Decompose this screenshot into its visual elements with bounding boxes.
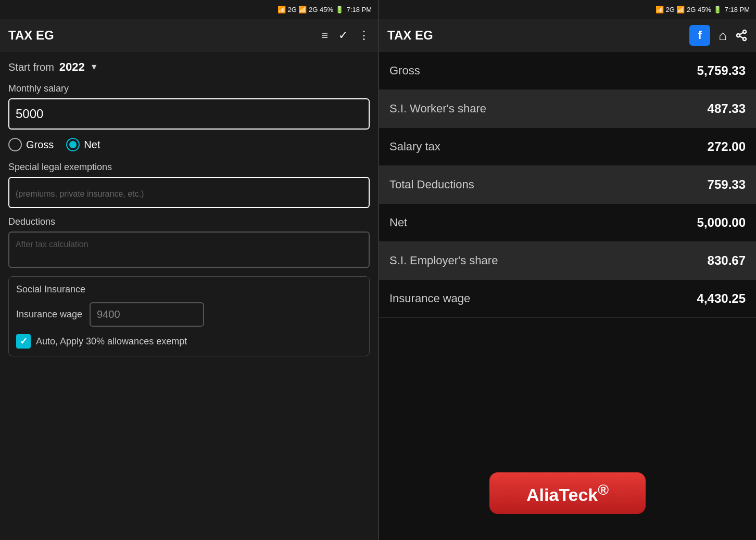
net-radio-label: Net xyxy=(84,139,100,151)
salary-tax-value: 272.00 xyxy=(708,139,746,154)
gross-radio-label: Gross xyxy=(26,139,54,151)
si-row: Insurance wage xyxy=(16,302,362,327)
status-time-right: 7:18 PM xyxy=(725,6,750,14)
facebook-icon: f xyxy=(698,29,702,42)
monthly-salary-label: Monthly salary xyxy=(8,83,370,94)
svg-point-1 xyxy=(737,34,740,37)
status-bar-left: 📶 2G 📶 2G 45% 🔋 7:18 PM xyxy=(0,0,378,19)
total-deductions-label: Total Deductions xyxy=(389,178,474,191)
insurance-wage-result-value: 4,430.25 xyxy=(697,291,746,306)
more-button[interactable]: ⋮ xyxy=(358,29,370,42)
si-worker-value: 487.33 xyxy=(708,101,746,116)
auto-apply-label: Auto, Apply 30% allowances exempt xyxy=(36,336,187,347)
svg-point-0 xyxy=(743,30,746,33)
result-row-net: Net 5,000.00 xyxy=(379,204,756,242)
start-from-label: Start from xyxy=(8,61,54,73)
deductions-box[interactable]: After tax calculation xyxy=(8,232,370,268)
svg-point-2 xyxy=(743,37,746,41)
net-radio-inner xyxy=(69,141,77,148)
svg-line-3 xyxy=(740,36,744,38)
aliateck-label: AliaTeck® xyxy=(526,481,609,505)
result-row-total-deductions: Total Deductions 759.33 xyxy=(379,166,756,204)
radio-row: Gross Net xyxy=(8,138,370,151)
insurance-wage-input[interactable] xyxy=(90,302,204,327)
si-employer-label: S.I. Employer's share xyxy=(389,254,498,267)
home-button[interactable]: ⌂ xyxy=(719,28,727,44)
top-bar-actions-right: f ⌂ xyxy=(689,25,748,46)
gross-radio[interactable]: Gross xyxy=(8,138,54,151)
svg-line-4 xyxy=(740,33,744,35)
result-row-si-employer: S.I. Employer's share 830.67 xyxy=(379,242,756,280)
start-from-year: 2022 xyxy=(59,60,85,74)
social-insurance-box: Social Insurance Insurance wage ✓ Auto, … xyxy=(8,276,370,356)
gross-radio-circle xyxy=(8,138,22,151)
year-dropdown-arrow[interactable]: ▼ xyxy=(90,62,98,72)
total-deductions-value: 759.33 xyxy=(708,177,746,192)
insurance-wage-result-label: Insurance wage xyxy=(389,292,470,305)
share-button[interactable] xyxy=(735,29,748,42)
special-exemptions-label: Special legal exemptions xyxy=(8,162,370,173)
status-time-left: 7:18 PM xyxy=(347,6,372,14)
net-radio-circle xyxy=(66,138,80,151)
results-content: Gross 5,759.33 S.I. Worker's share 487.3… xyxy=(379,52,756,446)
left-content: Start from 2022 ▼ Monthly salary Gross N… xyxy=(0,52,378,540)
right-bottom: AliaTeck® xyxy=(379,446,756,540)
special-exemptions-input[interactable] xyxy=(8,177,370,208)
si-employer-value: 830.67 xyxy=(708,253,746,268)
app-title-left: TAX EG xyxy=(8,28,54,43)
monthly-salary-input[interactable] xyxy=(8,98,370,130)
aliateck-reg: ® xyxy=(598,481,609,498)
result-row-insurance-wage: Insurance wage 4,430.25 xyxy=(379,280,756,318)
result-row-salary-tax: Salary tax 272.00 xyxy=(379,128,756,166)
si-worker-label: S.I. Worker's share xyxy=(389,102,486,115)
menu-button[interactable]: ≡ xyxy=(321,29,328,42)
gross-label: Gross xyxy=(389,64,420,78)
app-title-right: TAX EG xyxy=(387,28,433,43)
aliateck-button[interactable]: AliaTeck® xyxy=(489,472,646,514)
start-from-row: Start from 2022 ▼ xyxy=(8,60,370,74)
facebook-button[interactable]: f xyxy=(689,25,710,46)
net-result-label: Net xyxy=(389,216,407,229)
si-title: Social Insurance xyxy=(16,284,362,295)
auto-apply-checkbox[interactable]: ✓ xyxy=(16,334,31,349)
check-button[interactable]: ✓ xyxy=(338,29,348,42)
result-row-si-worker: S.I. Worker's share 487.33 xyxy=(379,90,756,128)
gross-value: 5,759.33 xyxy=(697,63,746,78)
net-result-value: 5,000.00 xyxy=(697,215,746,230)
left-panel: 📶 2G 📶 2G 45% 🔋 7:18 PM TAX EG ≡ ✓ ⋮ Sta… xyxy=(0,0,378,540)
top-bar-actions-left: ≡ ✓ ⋮ xyxy=(321,29,370,42)
result-row-gross: Gross 5,759.33 xyxy=(379,52,756,90)
deductions-placeholder: After tax calculation xyxy=(16,240,89,249)
checkbox-check-icon: ✓ xyxy=(20,336,28,347)
top-bar-right: TAX EG f ⌂ xyxy=(379,19,756,52)
net-radio[interactable]: Net xyxy=(66,138,100,151)
top-bar-left: TAX EG ≡ ✓ ⋮ xyxy=(0,19,378,52)
status-icons-right: 📶 2G 📶 2G 45% 🔋 xyxy=(656,6,722,14)
auto-apply-row: ✓ Auto, Apply 30% allowances exempt xyxy=(16,334,362,349)
insurance-wage-label: Insurance wage xyxy=(16,309,82,320)
status-icons-left: 📶 2G 📶 2G 45% 🔋 xyxy=(278,6,344,14)
salary-tax-label: Salary tax xyxy=(389,140,440,153)
status-bar-right: 📶 2G 📶 2G 45% 🔋 7:18 PM xyxy=(379,0,756,19)
right-panel: 📶 2G 📶 2G 45% 🔋 7:18 PM TAX EG f ⌂ xyxy=(378,0,756,540)
deductions-label: Deductions xyxy=(8,216,370,227)
